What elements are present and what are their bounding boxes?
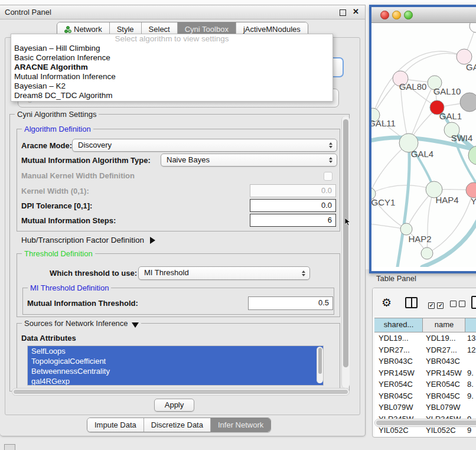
mi-type-combo[interactable]: Naive Bayes: [161, 154, 337, 167]
settings-vertical-scrollbar-thumb[interactable]: [343, 119, 348, 367]
table-horizontal-scrollbar-thumb[interactable]: [376, 420, 476, 425]
data-attributes-list[interactable]: SelfLoopsTopologicalCoefficientBetweenne…: [27, 345, 324, 386]
attribute-item-selfloops[interactable]: SelfLoops: [28, 346, 323, 356]
mi-steps-field[interactable]: 6: [250, 214, 336, 227]
node-label-gcy1: GCY1: [371, 197, 395, 207]
split-columns-icon[interactable]: [405, 297, 418, 308]
column-header-shared[interactable]: shared...: [374, 318, 423, 332]
algorithm-popup-placeholder: Select algorithm to view settings: [11, 34, 332, 44]
algorithm-option-bayesian-k2[interactable]: Bayesian – K2: [11, 81, 332, 91]
mi-threshold-definition-title: MI Threshold Definition: [28, 283, 111, 292]
table-row[interactable]: YDR27...YDR27...12: [374, 344, 476, 356]
settings-vertical-scrollbar[interactable]: [341, 116, 350, 388]
table-cell: YDL19...: [374, 332, 422, 344]
close-icon[interactable]: ✕: [353, 7, 359, 16]
table-row[interactable]: YPR145WYPR145W9.: [374, 367, 476, 379]
zoom-traffic-light-icon[interactable]: [404, 11, 413, 19]
checkbox-checked-icon: ✓: [428, 302, 435, 309]
unchecked-pair-icon[interactable]: [450, 299, 465, 309]
table-cell: YBR045C: [422, 390, 463, 402]
threshold-definition-title: Threshold Definition: [22, 249, 95, 258]
network-canvas[interactable]: GALGAL80GAL10GAL1GAL11SWI4GAL4GCY1HAP4YH…: [371, 23, 476, 267]
table-row[interactable]: YDL19...YDL19...13: [374, 332, 476, 344]
network-edge[interactable]: [409, 83, 435, 143]
algorithm-dropdown-popup: Select algorithm to view settings Bayesi…: [11, 34, 333, 102]
table-row[interactable]: YER054CYER054C8.: [374, 379, 476, 390]
which-threshold-label: Which threshold to use:: [50, 269, 137, 278]
table-cell: YDL19...: [422, 332, 463, 344]
column-header-partial[interactable]: [465, 318, 476, 332]
minimize-traffic-light-icon[interactable]: [392, 11, 401, 19]
algorithm-popup-list: Bayesian – Hill ClimbingBasic Correlatio…: [11, 44, 332, 100]
checked-pair-icon[interactable]: ✓ ✓: [428, 299, 444, 309]
kernel-width-field[interactable]: 0.0: [250, 184, 336, 197]
mi-threshold-label: Mutual Information Threshold:: [27, 299, 138, 308]
float-icon[interactable]: [340, 9, 346, 16]
document-icon[interactable]: [471, 296, 476, 309]
tab-impute-data[interactable]: Impute Data: [87, 418, 144, 432]
attributes-list-scrollbar[interactable]: [317, 347, 323, 383]
which-threshold-value: MI Threshold: [144, 268, 189, 277]
settings-horizontal-scrollbar-thumb[interactable]: [14, 390, 348, 394]
network-edge[interactable]: [371, 185, 434, 194]
table-cell: YDR27...: [374, 344, 422, 356]
network-node-hap2[interactable]: [400, 223, 412, 235]
node-label-gal4: GAL4: [411, 149, 433, 159]
algorithm-option-mutual-information-inference[interactable]: Mutual Information Inference: [11, 72, 332, 81]
network-node[interactable]: [421, 247, 433, 259]
hub-definition-expander[interactable]: Hub/Transcription Factor Definition: [21, 236, 155, 244]
table-cell: YBL079W: [374, 402, 422, 413]
settings-horizontal-scrollbar[interactable]: [12, 388, 350, 396]
mi-type-label: Mutual Information Algorithm Type:: [21, 156, 151, 165]
aracne-mode-combo[interactable]: Discovery: [72, 139, 337, 152]
node-label-gal10: GAL10: [433, 86, 461, 96]
node-label-hap4: HAP4: [435, 195, 458, 205]
table-row[interactable]: YBR043CYBR043C: [374, 356, 476, 367]
dpi-tolerance-field[interactable]: 0.0: [250, 199, 336, 212]
cyni-algorithm-settings-title: Cyni Algorithm Settings: [15, 110, 99, 119]
table-cell: 12: [463, 344, 476, 356]
sources-title[interactable]: Sources for Network Inference: [22, 319, 141, 328]
table-horizontal-scrollbar[interactable]: [374, 419, 476, 427]
network-window-titlebar[interactable]: [371, 7, 476, 23]
algorithm-option-dream8-dc-tdc-algorithm[interactable]: Dream8 DC_TDC Algorithm: [11, 91, 332, 100]
network-node[interactable]: [470, 23, 476, 32]
spinner-arrows-icon: [329, 157, 332, 163]
algorithm-option-bayesian-hill-climbing[interactable]: Bayesian – Hill Climbing: [11, 44, 332, 53]
tab-infer-network[interactable]: Infer Network: [211, 418, 270, 432]
which-threshold-combo[interactable]: MI Threshold: [138, 266, 310, 280]
control-panel-title: Control Panel: [5, 8, 51, 17]
gear-icon[interactable]: ⚙: [382, 296, 392, 309]
attribute-item-betweennesscentrality[interactable]: BetweennessCentrality: [28, 366, 323, 376]
node-label-swi4: SWI4: [451, 133, 473, 143]
network-edge[interactable]: [400, 54, 464, 79]
kernel-width-label: Kernel Width (0,1):: [21, 187, 89, 195]
table-cell: YER054C: [422, 379, 463, 390]
table-header-row: shared...name: [374, 318, 476, 332]
attribute-item-topologicalcoefficient[interactable]: TopologicalCoefficient: [28, 356, 323, 366]
spinner-arrows-icon: [329, 142, 332, 148]
network-node[interactable]: [460, 93, 476, 112]
mi-type-value: Naive Bayes: [167, 155, 210, 164]
tab-discretize-data[interactable]: Discretize Data: [144, 418, 211, 432]
table-cell: 8.: [463, 379, 476, 390]
mi-threshold-field[interactable]: 0.5: [248, 296, 333, 310]
node-label-y: Y: [471, 196, 476, 206]
table-cell: [463, 402, 476, 413]
table-row[interactable]: YBR045CYBR045C9.: [374, 390, 476, 402]
dock-panel-icon[interactable]: [4, 444, 15, 450]
algorithm-option-basic-correlation-inference[interactable]: Basic Correlation Inference: [11, 53, 332, 63]
table-cell: [463, 356, 476, 367]
attributes-list-scrollbar-thumb[interactable]: [318, 348, 322, 374]
table-cell: 9.: [463, 367, 476, 379]
table-row[interactable]: YBL079WYBL079W: [374, 402, 476, 413]
apply-button[interactable]: Apply: [154, 399, 194, 412]
control-panel-titlebar[interactable]: Control Panel ✕: [0, 5, 365, 19]
close-traffic-light-icon[interactable]: [380, 11, 389, 19]
tab-label: Infer Network: [218, 420, 263, 429]
column-header-name[interactable]: name: [423, 318, 465, 332]
algorithm-option-aracne-algorithm[interactable]: ARACNE Algorithm: [11, 63, 332, 72]
network-edge[interactable]: [397, 143, 409, 267]
manual-kernel-checkbox[interactable]: [324, 172, 332, 181]
attribute-item-gal4rgexp[interactable]: gal4RGexp: [28, 376, 323, 386]
